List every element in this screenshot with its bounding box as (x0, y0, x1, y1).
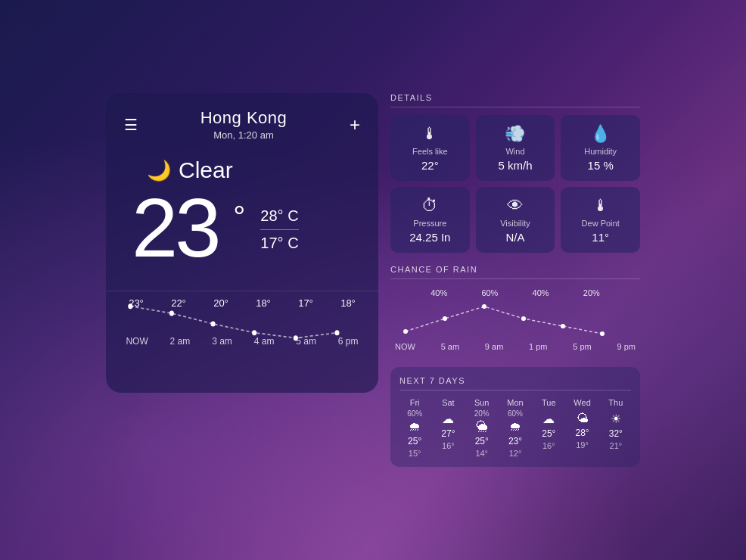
day-thu-hi: 32° (609, 428, 623, 439)
detail-wind: 💨 Wind 5 km/h (476, 115, 555, 181)
day-tue-name: Tue (542, 398, 556, 407)
day-wed-lo: 19° (576, 440, 589, 450)
pressure-value: 24.25 In (409, 231, 450, 244)
left-weather-card: ☰ Hong Kong Mon, 1:20 am + 🌙 Clear 23 ° … (106, 93, 378, 393)
day-sat: Sat ☁ 27° 16° (433, 398, 463, 458)
day-fri-name: Fri (410, 398, 420, 407)
rain-time-9am: 9 am (485, 342, 503, 351)
hourly-label-2: 3 am (212, 336, 232, 347)
dew-value: 11° (592, 231, 609, 244)
rain-time-row: NOW 5 am 9 am 1 pm 5 pm 9 pm (390, 342, 640, 351)
wind-label: Wind (505, 147, 524, 156)
visibility-label: Visibility (500, 219, 530, 228)
day-sat-hi: 27° (441, 428, 455, 439)
day-tue: Tue ☁ 25° 16° (533, 398, 564, 458)
details-grid: 🌡 Feels like 22° 💨 Wind 5 km/h 💧 Humidit… (390, 115, 640, 253)
day-thu-name: Thu (608, 398, 623, 407)
day-wed: Wed 🌤 28° 19° (567, 398, 597, 458)
rain-pct-1pm: 40% (533, 288, 549, 297)
hourly-graph: 23° 22° 20° 18° 17° 18° NOW 2 am 3 am 4 … (112, 297, 372, 381)
day-tue-icon: ☁ (542, 412, 555, 426)
rain-chart: 40% 60% 40% 20% NOW 5 am (390, 287, 640, 355)
wind-icon: 💨 (505, 124, 525, 144)
svg-point-7 (443, 316, 447, 321)
day-sun-name: Sun (474, 398, 490, 407)
hourly-curve-svg (112, 297, 372, 350)
dew-icon: 🌡 (592, 196, 609, 216)
humidity-value: 15 % (588, 159, 614, 172)
day-sun-hi: 25° (475, 436, 489, 446)
rain-section: CHANCE OF RAIN 40% 60% 40% 20% (390, 265, 640, 355)
condition-label: Clear (179, 157, 233, 183)
add-city-button[interactable]: + (350, 114, 360, 135)
day-fri-lo: 15° (409, 449, 421, 458)
svg-point-2 (211, 322, 216, 327)
dew-label: Dew Point (582, 219, 620, 228)
eye-icon: 👁 (507, 196, 524, 216)
current-temp: 23 (132, 186, 218, 269)
right-panel: DETAILS 🌡 Feels like 22° 💨 Wind 5 km/h 💧… (390, 93, 640, 467)
city-block: Hong Kong Mon, 1:20 am (200, 108, 288, 141)
day-mon-icon: 🌧 (509, 420, 521, 434)
day-fri-pct: 60% (407, 409, 422, 418)
rain-time-1pm: 1 pm (529, 342, 547, 351)
card-header: ☰ Hong Kong Mon, 1:20 am + (106, 93, 378, 150)
hourly-label-1: 2 am (170, 336, 191, 347)
day-wed-name: Wed (573, 398, 590, 407)
feels-like-value: 22° (421, 159, 439, 172)
detail-humidity: 💧 Humidity 15 % (561, 115, 640, 181)
svg-point-5 (334, 330, 339, 335)
day-mon: Mon 60% 🌧 23° 12° (500, 398, 530, 458)
svg-point-10 (561, 324, 565, 328)
day-wed-hi: 28° (575, 428, 589, 438)
wind-value: 5 km/h (498, 159, 532, 172)
hourly-label-3: 4 am (254, 336, 275, 347)
details-header: DETAILS (390, 93, 640, 107)
svg-point-1 (169, 311, 174, 316)
day-mon-hi: 23° (508, 436, 522, 446)
weather-main: 🌙 Clear 23 ° 28° C 17° C (106, 150, 378, 285)
humidity-icon: 💧 (590, 124, 611, 144)
day-fri-hi: 25° (408, 436, 421, 446)
menu-icon[interactable]: ☰ (124, 117, 138, 132)
svg-point-3 (252, 330, 256, 335)
detail-dew-point: 🌡 Dew Point 11° (561, 187, 640, 253)
rain-time-5pm: 5 pm (573, 342, 591, 351)
main-container: ☰ Hong Kong Mon, 1:20 am + 🌙 Clear 23 ° … (91, 78, 655, 482)
day-tue-hi: 25° (542, 428, 555, 439)
day-sat-icon: ☁ (442, 412, 454, 426)
humidity-label: Humidity (584, 147, 617, 156)
feels-like-label: Feels like (412, 147, 447, 156)
svg-point-11 (600, 331, 605, 336)
detail-feels-like: 🌡 Feels like 22° (390, 115, 470, 181)
rain-time-5am: 5 am (441, 342, 459, 351)
city-datetime: Mon, 1:20 am (200, 129, 288, 141)
rain-time-now: NOW (395, 342, 415, 351)
day-sun-icon: 🌦 (476, 420, 488, 434)
day-sat-lo: 16° (442, 441, 455, 450)
seven-days-grid: Fri 60% 🌧 25° 15° Sat ☁ 27° 16° Sun 20% (399, 398, 631, 458)
day-mon-name: Mon (507, 398, 523, 407)
detail-pressure: ⏱ Pressure 24.25 In (390, 187, 470, 253)
detail-visibility: 👁 Visibility N/A (476, 187, 555, 253)
day-sun-lo: 14° (475, 449, 488, 458)
moon-icon: 🌙 (147, 159, 171, 182)
day-fri: Fri 60% 🌧 25° 15° (399, 398, 430, 458)
thermometer-icon: 🌡 (421, 124, 438, 144)
rain-pct-row: 40% 60% 40% 20% (390, 288, 640, 297)
rain-time-9pm: 9 pm (617, 342, 636, 351)
day-mon-pct: 60% (508, 409, 523, 418)
high-temp: 28° C (260, 207, 298, 225)
rain-pct-5pm: 20% (583, 288, 600, 297)
rain-header: CHANCE OF RAIN (390, 265, 640, 279)
degree-symbol: ° (233, 200, 245, 234)
hourly-label-5: 6 pm (338, 336, 359, 347)
visibility-value: N/A (505, 231, 524, 244)
details-section: DETAILS 🌡 Feels like 22° 💨 Wind 5 km/h 💧… (390, 93, 640, 253)
rain-pct-9am: 60% (481, 288, 498, 297)
day-thu-lo: 21° (610, 441, 623, 450)
hourly-label-4: 5 am (296, 336, 316, 347)
svg-point-8 (482, 304, 486, 309)
seven-days-header: NEXT 7 DAYS (399, 376, 631, 390)
temperature-row: 23 ° 28° C 17° C (132, 186, 299, 269)
